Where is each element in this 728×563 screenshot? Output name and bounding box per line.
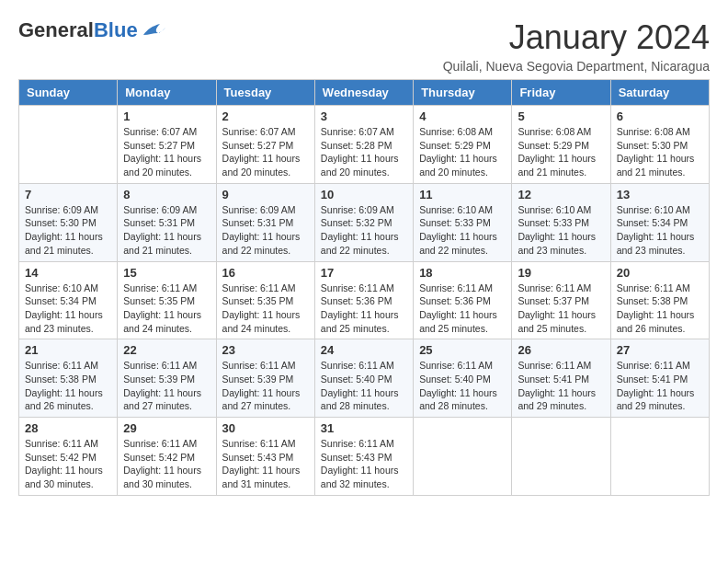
day-info: Sunrise: 6:10 AM Sunset: 5:34 PM Dayligh…	[617, 203, 703, 258]
day-number: 5	[518, 109, 604, 123]
month-title: January 2024	[443, 18, 710, 57]
day-number: 11	[419, 188, 506, 201]
day-number: 2	[222, 109, 309, 123]
col-header-thursday: Thursday	[414, 80, 512, 106]
day-info: Sunrise: 6:08 AM Sunset: 5:29 PM Dayligh…	[419, 125, 506, 179]
day-info: Sunrise: 6:11 AM Sunset: 5:43 PM Dayligh…	[321, 437, 407, 491]
calendar-cell: 20Sunrise: 6:11 AM Sunset: 5:38 PM Dayli…	[610, 261, 709, 339]
calendar-cell: 27Sunrise: 6:11 AM Sunset: 5:41 PM Dayli…	[610, 339, 709, 418]
calendar-cell: 28Sunrise: 6:11 AM Sunset: 5:42 PM Dayli…	[19, 418, 118, 496]
calendar-cell: 25Sunrise: 6:11 AM Sunset: 5:40 PM Dayli…	[414, 339, 512, 418]
day-number: 22	[123, 343, 210, 357]
day-number: 23	[222, 343, 309, 357]
day-number: 7	[25, 188, 111, 201]
day-info: Sunrise: 6:09 AM Sunset: 5:31 PM Dayligh…	[222, 203, 309, 258]
calendar-cell: 3Sunrise: 6:07 AM Sunset: 5:28 PM Daylig…	[314, 106, 413, 184]
title-area: January 2024 Quilali, Nueva Segovia Depa…	[443, 18, 710, 74]
day-number: 26	[518, 343, 604, 357]
day-info: Sunrise: 6:08 AM Sunset: 5:30 PM Dayligh…	[617, 125, 703, 179]
day-info: Sunrise: 6:11 AM Sunset: 5:39 PM Dayligh…	[123, 359, 210, 413]
calendar-header-row: SundayMondayTuesdayWednesdayThursdayFrid…	[19, 80, 710, 106]
calendar-cell: 19Sunrise: 6:11 AM Sunset: 5:37 PM Dayli…	[512, 261, 610, 339]
day-info: Sunrise: 6:11 AM Sunset: 5:38 PM Dayligh…	[617, 282, 703, 336]
col-header-friday: Friday	[512, 80, 610, 106]
day-number: 15	[123, 266, 210, 280]
calendar-cell	[414, 418, 512, 496]
day-number: 28	[25, 421, 111, 435]
day-info: Sunrise: 6:11 AM Sunset: 5:41 PM Dayligh…	[617, 359, 703, 413]
calendar-cell: 22Sunrise: 6:11 AM Sunset: 5:39 PM Dayli…	[118, 339, 216, 418]
location-title: Quilali, Nueva Segovia Department, Nicar…	[443, 59, 710, 74]
day-info: Sunrise: 6:10 AM Sunset: 5:33 PM Dayligh…	[419, 203, 506, 258]
calendar-cell: 29Sunrise: 6:11 AM Sunset: 5:42 PM Dayli…	[118, 418, 216, 496]
day-number: 12	[518, 188, 604, 201]
day-number: 3	[321, 109, 407, 123]
day-number: 24	[321, 343, 407, 357]
day-info: Sunrise: 6:11 AM Sunset: 5:40 PM Dayligh…	[419, 359, 506, 413]
calendar-cell: 23Sunrise: 6:11 AM Sunset: 5:39 PM Dayli…	[216, 339, 314, 418]
day-number: 4	[419, 109, 506, 123]
day-info: Sunrise: 6:10 AM Sunset: 5:34 PM Dayligh…	[25, 282, 111, 336]
col-header-sunday: Sunday	[19, 80, 118, 106]
calendar-table: SundayMondayTuesdayWednesdayThursdayFrid…	[18, 79, 710, 496]
day-info: Sunrise: 6:11 AM Sunset: 5:42 PM Dayligh…	[25, 437, 111, 491]
logo-blue-text: Blue	[94, 18, 138, 41]
calendar-cell: 16Sunrise: 6:11 AM Sunset: 5:35 PM Dayli…	[216, 261, 314, 339]
day-number: 17	[321, 266, 407, 280]
day-number: 18	[419, 266, 506, 280]
calendar-cell: 10Sunrise: 6:09 AM Sunset: 5:32 PM Dayli…	[314, 183, 413, 261]
week-row-2: 14Sunrise: 6:10 AM Sunset: 5:34 PM Dayli…	[19, 261, 710, 339]
calendar-cell: 5Sunrise: 6:08 AM Sunset: 5:29 PM Daylig…	[512, 106, 610, 184]
calendar-cell: 1Sunrise: 6:07 AM Sunset: 5:27 PM Daylig…	[118, 106, 216, 184]
calendar-cell: 17Sunrise: 6:11 AM Sunset: 5:36 PM Dayli…	[314, 261, 413, 339]
day-number: 1	[123, 109, 210, 123]
page-container: GeneralBlue January 2024 Quilali, Nueva …	[18, 18, 710, 496]
day-number: 31	[321, 421, 407, 435]
calendar-cell: 31Sunrise: 6:11 AM Sunset: 5:43 PM Dayli…	[314, 418, 413, 496]
week-row-4: 28Sunrise: 6:11 AM Sunset: 5:42 PM Dayli…	[19, 418, 710, 496]
calendar-cell: 18Sunrise: 6:11 AM Sunset: 5:36 PM Dayli…	[414, 261, 512, 339]
day-info: Sunrise: 6:11 AM Sunset: 5:41 PM Dayligh…	[518, 359, 604, 413]
calendar-cell	[610, 418, 709, 496]
calendar-cell: 21Sunrise: 6:11 AM Sunset: 5:38 PM Dayli…	[19, 339, 118, 418]
day-info: Sunrise: 6:11 AM Sunset: 5:38 PM Dayligh…	[25, 359, 111, 413]
day-info: Sunrise: 6:11 AM Sunset: 5:35 PM Dayligh…	[222, 282, 309, 336]
calendar-cell: 2Sunrise: 6:07 AM Sunset: 5:27 PM Daylig…	[216, 106, 314, 184]
week-row-0: 1Sunrise: 6:07 AM Sunset: 5:27 PM Daylig…	[19, 106, 710, 184]
calendar-cell: 15Sunrise: 6:11 AM Sunset: 5:35 PM Dayli…	[118, 261, 216, 339]
col-header-saturday: Saturday	[610, 80, 709, 106]
day-number: 29	[123, 421, 210, 435]
calendar-cell: 30Sunrise: 6:11 AM Sunset: 5:43 PM Dayli…	[216, 418, 314, 496]
calendar-cell: 14Sunrise: 6:10 AM Sunset: 5:34 PM Dayli…	[19, 261, 118, 339]
day-number: 8	[123, 188, 210, 201]
calendar-cell	[512, 418, 610, 496]
calendar-cell: 11Sunrise: 6:10 AM Sunset: 5:33 PM Dayli…	[414, 183, 512, 261]
logo: GeneralBlue	[18, 18, 165, 42]
day-number: 25	[419, 343, 506, 357]
logo-bird-icon	[140, 22, 165, 39]
calendar-cell: 9Sunrise: 6:09 AM Sunset: 5:31 PM Daylig…	[216, 183, 314, 261]
calendar-cell: 7Sunrise: 6:09 AM Sunset: 5:30 PM Daylig…	[19, 183, 118, 261]
calendar-cell: 26Sunrise: 6:11 AM Sunset: 5:41 PM Dayli…	[512, 339, 610, 418]
day-info: Sunrise: 6:07 AM Sunset: 5:27 PM Dayligh…	[123, 125, 210, 179]
week-row-3: 21Sunrise: 6:11 AM Sunset: 5:38 PM Dayli…	[19, 339, 710, 418]
day-info: Sunrise: 6:09 AM Sunset: 5:31 PM Dayligh…	[123, 203, 210, 258]
day-info: Sunrise: 6:11 AM Sunset: 5:37 PM Dayligh…	[518, 282, 604, 336]
day-info: Sunrise: 6:07 AM Sunset: 5:27 PM Dayligh…	[222, 125, 309, 179]
day-info: Sunrise: 6:07 AM Sunset: 5:28 PM Dayligh…	[321, 125, 407, 179]
day-number: 19	[518, 266, 604, 280]
day-number: 16	[222, 266, 309, 280]
calendar-cell: 6Sunrise: 6:08 AM Sunset: 5:30 PM Daylig…	[610, 106, 709, 184]
day-number: 10	[321, 188, 407, 201]
day-info: Sunrise: 6:11 AM Sunset: 5:40 PM Dayligh…	[321, 359, 407, 413]
day-info: Sunrise: 6:11 AM Sunset: 5:36 PM Dayligh…	[419, 282, 506, 336]
calendar-cell: 13Sunrise: 6:10 AM Sunset: 5:34 PM Dayli…	[610, 183, 709, 261]
day-info: Sunrise: 6:09 AM Sunset: 5:30 PM Dayligh…	[25, 203, 111, 258]
col-header-monday: Monday	[118, 80, 216, 106]
logo-general-text: General	[18, 18, 94, 41]
week-row-1: 7Sunrise: 6:09 AM Sunset: 5:30 PM Daylig…	[19, 183, 710, 261]
calendar-cell: 24Sunrise: 6:11 AM Sunset: 5:40 PM Dayli…	[314, 339, 413, 418]
calendar-cell	[19, 106, 118, 184]
day-number: 9	[222, 188, 309, 201]
day-number: 6	[617, 109, 703, 123]
